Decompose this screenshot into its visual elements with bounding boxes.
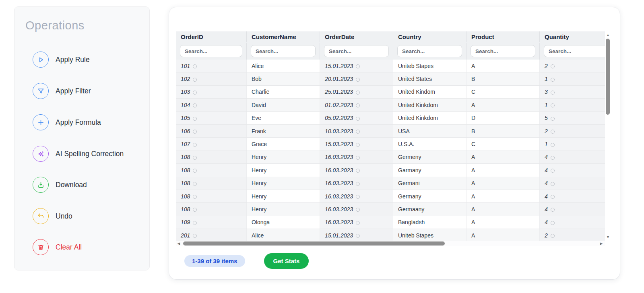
cell-quantity: 1: [540, 72, 605, 85]
cell-indicator-icon[interactable]: [551, 234, 555, 238]
cell-indicator-icon[interactable]: [551, 103, 555, 107]
scroll-left-icon[interactable]: ◀: [176, 241, 182, 246]
horizontal-scroll-thumb[interactable]: [183, 241, 445, 246]
cell-indicator-icon[interactable]: [356, 91, 360, 95]
search-input-product[interactable]: [471, 45, 535, 57]
scroll-down-icon[interactable]: ▼: [605, 235, 611, 239]
cell-indicator-icon[interactable]: [551, 208, 555, 212]
operations-panel: Operations Apply Rule Apply Filter Apply…: [14, 6, 150, 270]
horizontal-scrollbar[interactable]: ◀ ▶: [176, 241, 605, 246]
data-grid-card: OrderID CustomerName OrderDate Country P…: [169, 7, 620, 279]
column-header-orderdate[interactable]: OrderDate: [320, 31, 393, 42]
cell-indicator-icon[interactable]: [551, 117, 555, 121]
cell-indicator-icon[interactable]: [551, 130, 555, 134]
column-header-product[interactable]: Product: [466, 31, 540, 42]
table-row: 108Henry16.03.2023GarmanyA4: [176, 164, 605, 177]
cell-country: Garmany: [393, 164, 466, 176]
cell-indicator-icon[interactable]: [551, 64, 555, 68]
cell-indicator-icon[interactable]: [356, 130, 360, 134]
cell-indicator-icon[interactable]: [356, 182, 360, 186]
cell-indicator-icon[interactable]: [193, 221, 197, 225]
apply-formula-label: Apply Formula: [56, 118, 101, 127]
search-input-customername[interactable]: [251, 45, 316, 57]
grid-body: 101Alice15.01.2023Uniteb StapesA2102Bob2…: [176, 60, 605, 241]
sparkles-icon: [33, 146, 49, 162]
get-stats-button[interactable]: Get Stats: [264, 253, 309, 269]
cell-indicator-icon[interactable]: [551, 91, 555, 95]
apply-formula-button[interactable]: Apply Formula: [33, 114, 101, 130]
cell-indicator-icon[interactable]: [193, 234, 197, 238]
cell-indicator-icon[interactable]: [193, 78, 197, 82]
download-button[interactable]: Download: [33, 177, 87, 193]
apply-filter-label: Apply Filter: [56, 87, 91, 95]
apply-rule-button[interactable]: Apply Rule: [33, 52, 90, 68]
cell-indicator-icon[interactable]: [193, 169, 197, 173]
cell-orderdate: 15.03.2023: [320, 138, 393, 150]
cell-indicator-icon[interactable]: [551, 221, 555, 225]
cell-indicator-icon[interactable]: [193, 143, 197, 147]
cell-indicator-icon[interactable]: [193, 195, 197, 199]
cell-indicator-icon[interactable]: [356, 103, 360, 107]
cell-indicator-icon[interactable]: [356, 221, 360, 225]
cell-quantity: 1: [540, 99, 605, 111]
cell-indicator-icon[interactable]: [193, 156, 197, 160]
cell-quantity: 2: [540, 229, 605, 241]
cell-product: A: [466, 60, 540, 72]
ai-spelling-correction-button[interactable]: AI Spelling Correction: [33, 146, 124, 162]
column-header-quantity[interactable]: Quantity: [540, 31, 605, 42]
scroll-up-icon[interactable]: ▲: [605, 33, 611, 37]
cell-indicator-icon[interactable]: [356, 234, 360, 238]
cell-indicator-icon[interactable]: [193, 117, 197, 121]
clear-all-button[interactable]: Clear All: [33, 239, 82, 255]
cell-indicator-icon[interactable]: [356, 195, 360, 199]
cell-orderdate: 20.01.2023: [320, 72, 393, 85]
apply-filter-button[interactable]: Apply Filter: [33, 83, 91, 99]
cell-indicator-icon[interactable]: [551, 78, 555, 82]
cell-customername: Grace: [247, 138, 320, 150]
scroll-right-icon[interactable]: ▶: [599, 241, 604, 246]
cell-quantity: 4: [540, 216, 605, 229]
ai-spelling-correction-label: AI Spelling Correction: [56, 150, 124, 158]
cell-indicator-icon[interactable]: [356, 156, 360, 160]
cell-indicator-icon[interactable]: [356, 208, 360, 212]
cell-indicator-icon[interactable]: [356, 117, 360, 121]
download-icon: [33, 177, 49, 193]
search-input-orderid[interactable]: [180, 45, 242, 57]
cell-orderdate: 10.03.2023: [320, 125, 393, 137]
undo-button[interactable]: Undo: [33, 208, 72, 224]
cell-indicator-icon[interactable]: [193, 103, 197, 107]
cell-indicator-icon[interactable]: [551, 182, 555, 186]
column-header-orderid[interactable]: OrderID: [176, 31, 247, 42]
cell-indicator-icon[interactable]: [356, 64, 360, 68]
cell-customername: Charlie: [247, 86, 320, 98]
cell-indicator-icon[interactable]: [551, 195, 555, 199]
items-count-badge: 1-39 of 39 items: [184, 255, 245, 267]
cell-country: USA: [393, 125, 466, 137]
cell-indicator-icon[interactable]: [193, 208, 197, 212]
cell-indicator-icon[interactable]: [356, 78, 360, 82]
column-header-customername[interactable]: CustomerName: [247, 31, 320, 42]
cell-indicator-icon[interactable]: [551, 156, 555, 160]
grid-filter-row: [176, 43, 605, 60]
cell-indicator-icon[interactable]: [356, 169, 360, 173]
cell-indicator-icon[interactable]: [193, 91, 197, 95]
cell-orderdate: 16.03.2023: [320, 216, 393, 229]
search-input-orderdate[interactable]: [324, 45, 389, 57]
cell-customername: Henry: [247, 151, 320, 163]
cell-indicator-icon[interactable]: [193, 130, 197, 134]
column-header-country[interactable]: Country: [393, 31, 466, 42]
cell-indicator-icon[interactable]: [356, 143, 360, 147]
search-input-country[interactable]: [397, 45, 462, 57]
vertical-scroll-thumb[interactable]: [606, 39, 610, 115]
table-row: 103Charlie25.01.2023United KindomC3: [176, 86, 605, 99]
cell-indicator-icon[interactable]: [551, 169, 555, 173]
search-input-quantity[interactable]: [544, 45, 605, 57]
undo-label: Undo: [56, 212, 72, 221]
cell-indicator-icon[interactable]: [193, 64, 197, 68]
vertical-scrollbar[interactable]: ▲ ▼: [605, 31, 611, 241]
cell-product: A: [466, 151, 540, 163]
cell-product: C: [466, 138, 540, 150]
cell-indicator-icon[interactable]: [551, 143, 555, 147]
cell-quantity: 4: [540, 190, 605, 202]
cell-indicator-icon[interactable]: [193, 182, 197, 186]
